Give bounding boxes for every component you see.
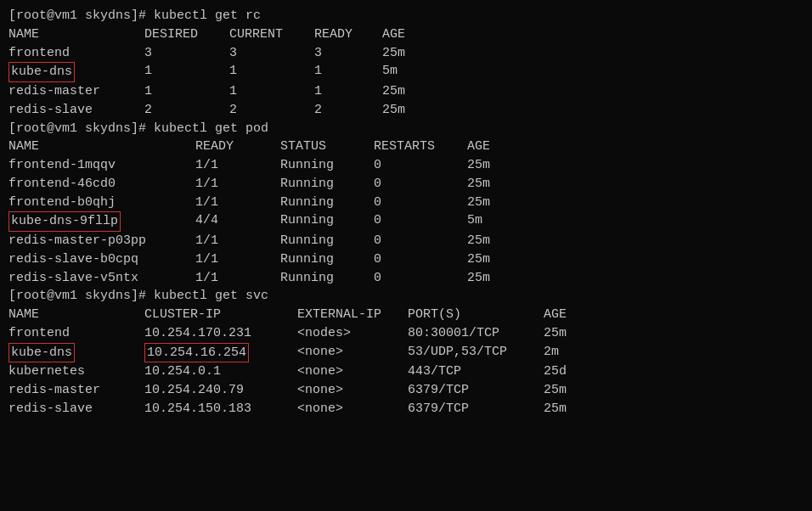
rc-header-desired: DESIRED bbox=[144, 25, 229, 44]
table-row: frontend-b0qhj1/1Running025m bbox=[8, 194, 804, 212]
rc-cell-name: redis-slave bbox=[8, 101, 144, 120]
table-row: redis-master10.254.240.79<none>6379/TCP2… bbox=[8, 381, 804, 400]
svc-cell-external: <none> bbox=[297, 362, 408, 381]
rc-cell-ready: 3 bbox=[314, 44, 382, 63]
rc-cell-current: 1 bbox=[229, 62, 314, 82]
svc-table: frontend10.254.170.231<nodes>80:30001/TC… bbox=[8, 324, 804, 418]
pod-cell-restarts: 0 bbox=[374, 232, 467, 250]
pod-cell-ready: 1/1 bbox=[195, 156, 280, 175]
svc-cell-age: 25m bbox=[544, 400, 612, 418]
pod-header-restarts: RESTARTS bbox=[374, 138, 467, 156]
svc-cell-age: 25m bbox=[544, 381, 612, 400]
pod-header-name: NAME bbox=[8, 138, 195, 156]
pod-cell-restarts: 0 bbox=[374, 250, 467, 269]
pod-cell-ready: 1/1 bbox=[195, 232, 280, 250]
pod-cell-ready: 1/1 bbox=[195, 194, 280, 212]
rc-cell-desired: 1 bbox=[144, 62, 229, 82]
pod-cell-ready: 1/1 bbox=[195, 269, 280, 288]
rc-highlighted-name: kube-dns bbox=[8, 62, 75, 82]
table-row: redis-slave-b0cpq1/1Running025m bbox=[8, 250, 804, 269]
pod-cell-status: Running bbox=[280, 156, 374, 175]
rc-cell-name: redis-master bbox=[8, 82, 144, 101]
svc-cell-ports: 6379/TCP bbox=[408, 400, 544, 418]
pod-cell-ready: 1/1 bbox=[195, 175, 280, 194]
rc-cell-age: 25m bbox=[382, 101, 450, 120]
rc-cell-ready: 2 bbox=[314, 101, 382, 120]
table-row: kube-dns-9fllp4/4Running05m bbox=[8, 211, 804, 232]
svc-header-cluster: CLUSTER-IP bbox=[144, 306, 297, 324]
rc-cell-ready: 1 bbox=[314, 62, 382, 82]
svc-cell-cluster: 10.254.0.1 bbox=[144, 362, 297, 381]
pod-cell-status: Running bbox=[280, 232, 374, 250]
svc-cell-external: <none> bbox=[297, 381, 408, 400]
table-row: frontend-46cd01/1Running025m bbox=[8, 175, 804, 194]
pod-header-status: STATUS bbox=[280, 138, 374, 156]
svc-header-name: NAME bbox=[8, 306, 144, 324]
table-row: frontend-1mqqv1/1Running025m bbox=[8, 156, 804, 175]
pod-cell-name: redis-slave-b0cpq bbox=[8, 250, 195, 269]
pod-header-ready: READY bbox=[195, 138, 280, 156]
prompt-pod: [root@vm1 skydns]# kubectl get pod bbox=[8, 120, 804, 138]
pod-cell-age: 25m bbox=[467, 250, 535, 269]
svc-cell-name: kube-dns bbox=[8, 343, 144, 363]
rc-cell-age: 25m bbox=[382, 82, 450, 101]
rc-cell-age: 5m bbox=[382, 62, 450, 82]
rc-cell-desired: 2 bbox=[144, 101, 229, 120]
rc-header-row: NAME DESIRED CURRENT READY AGE bbox=[8, 25, 804, 44]
pod-cell-name: kube-dns-9fllp bbox=[8, 211, 195, 232]
svc-header-external: EXTERNAL-IP bbox=[297, 306, 408, 324]
svc-highlighted-cluster: 10.254.16.254 bbox=[144, 343, 249, 363]
pod-cell-age: 5m bbox=[467, 211, 535, 232]
svc-cell-cluster: 10.254.16.254 bbox=[144, 343, 297, 363]
table-row: kube-dns1115m bbox=[8, 62, 804, 82]
prompt-rc: [root@vm1 skydns]# kubectl get rc bbox=[8, 7, 804, 25]
rc-table: frontend33325mkube-dns1115mredis-master1… bbox=[8, 44, 804, 120]
svc-cell-cluster: 10.254.170.231 bbox=[144, 324, 297, 343]
pod-cell-status: Running bbox=[280, 269, 374, 288]
svc-cell-external: <none> bbox=[297, 343, 408, 363]
rc-cell-current: 1 bbox=[229, 82, 314, 101]
pod-cell-status: Running bbox=[280, 175, 374, 194]
rc-cell-current: 2 bbox=[229, 101, 314, 120]
pod-cell-name: redis-slave-v5ntx bbox=[8, 269, 195, 288]
rc-cell-age: 25m bbox=[382, 44, 450, 63]
rc-cell-ready: 1 bbox=[314, 82, 382, 101]
rc-header-age: AGE bbox=[382, 25, 450, 44]
pod-cell-restarts: 0 bbox=[374, 269, 467, 288]
table-row: redis-slave-v5ntx1/1Running025m bbox=[8, 269, 804, 288]
table-row: kubernetes10.254.0.1<none>443/TCP25d bbox=[8, 362, 804, 381]
pod-cell-restarts: 0 bbox=[374, 194, 467, 212]
pod-cell-status: Running bbox=[280, 194, 374, 212]
table-row: redis-slave10.254.150.183<none>6379/TCP2… bbox=[8, 400, 804, 418]
pod-cell-ready: 4/4 bbox=[195, 211, 280, 232]
pod-cell-restarts: 0 bbox=[374, 156, 467, 175]
svc-cell-ports: 6379/TCP bbox=[408, 381, 544, 400]
pod-table: frontend-1mqqv1/1Running025mfrontend-46c… bbox=[8, 156, 804, 287]
svc-cell-name: kubernetes bbox=[8, 362, 144, 381]
svc-cell-external: <nodes> bbox=[297, 324, 408, 343]
table-row: frontend10.254.170.231<nodes>80:30001/TC… bbox=[8, 324, 804, 343]
table-row: redis-slave22225m bbox=[8, 101, 804, 120]
table-row: kube-dns10.254.16.254<none>53/UDP,53/TCP… bbox=[8, 343, 804, 363]
rc-cell-name: kube-dns bbox=[8, 62, 144, 82]
pod-highlighted-name: kube-dns-9fllp bbox=[8, 211, 121, 232]
svc-cell-age: 2m bbox=[544, 343, 612, 363]
svc-cell-ports: 80:30001/TCP bbox=[408, 324, 544, 343]
pod-header-age: AGE bbox=[467, 138, 535, 156]
pod-cell-name: redis-master-p03pp bbox=[8, 232, 195, 250]
rc-header-name: NAME bbox=[8, 25, 144, 44]
rc-cell-desired: 1 bbox=[144, 82, 229, 101]
pod-cell-age: 25m bbox=[467, 269, 535, 288]
pod-header-row: NAME READY STATUS RESTARTS AGE bbox=[8, 138, 804, 156]
svc-cell-name: redis-slave bbox=[8, 400, 144, 418]
svc-cell-cluster: 10.254.240.79 bbox=[144, 381, 297, 400]
svc-header-age: AGE bbox=[544, 306, 612, 324]
rc-header-current: CURRENT bbox=[229, 25, 314, 44]
svc-cell-name: frontend bbox=[8, 324, 144, 343]
pod-cell-name: frontend-46cd0 bbox=[8, 175, 195, 194]
pod-cell-age: 25m bbox=[467, 232, 535, 250]
svc-cell-ports: 53/UDP,53/TCP bbox=[408, 343, 544, 363]
pod-cell-age: 25m bbox=[467, 175, 535, 194]
svc-cell-age: 25d bbox=[544, 362, 612, 381]
pod-cell-age: 25m bbox=[467, 194, 535, 212]
